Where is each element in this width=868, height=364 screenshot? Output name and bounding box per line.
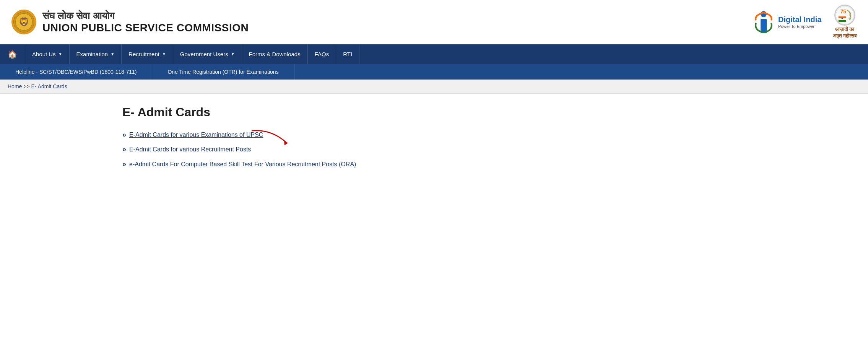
admit-cards-list: » E-Admit Cards for various Examinations…: [122, 131, 845, 169]
nav-about-us[interactable]: About Us ▼: [25, 44, 70, 64]
bullet-icon: »: [122, 145, 126, 153]
nav-faqs[interactable]: FAQs: [308, 44, 336, 64]
azadi-logo: 75 आज़ादी का अमृत महोत्सव: [833, 5, 857, 39]
logo-area: 🦁 संघ लोक सेवा आयोग UNION PUBLIC SERVICE…: [11, 10, 249, 34]
page-title: E- Admit Cards: [122, 105, 845, 119]
site-header: 🦁 संघ लोक सेवा आयोग UNION PUBLIC SERVICE…: [0, 0, 868, 44]
breadcrumb-current: E- Admit Cards: [31, 83, 67, 89]
svg-rect-9: [839, 20, 846, 22]
main-navigation: 🏠 About Us ▼ Examination ▼ Recruitment ▼…: [0, 44, 868, 64]
nav-forms-downloads[interactable]: Forms & Downloads: [242, 44, 308, 64]
svg-marker-11: [284, 140, 288, 145]
list-item: » E-Admit Cards for various Recruitment …: [122, 145, 845, 154]
admit-cards-link-examinations[interactable]: E-Admit Cards for various Examinations o…: [129, 132, 263, 138]
list-item: » E-Admit Cards for various Examinations…: [122, 131, 845, 139]
header-logos: Digital India Power To Empower 75: [752, 5, 857, 39]
nav-home-button[interactable]: 🏠: [0, 44, 25, 64]
svg-text:🦁: 🦁: [19, 17, 29, 27]
digital-india-logo: Digital India Power To Empower: [752, 10, 821, 34]
digital-india-text: Digital India Power To Empower: [778, 15, 821, 29]
digital-india-icon: [752, 10, 775, 34]
nav-recruitment[interactable]: Recruitment ▼: [122, 44, 173, 64]
main-content: E- Admit Cards » E-Admit Cards for vario…: [0, 94, 868, 198]
secondary-navigation: Helpline - SC/ST/OBC/EWS/PwBD (1800-118-…: [0, 64, 868, 80]
sec-nav-helpline[interactable]: Helpline - SC/ST/OBC/EWS/PwBD (1800-118-…: [0, 64, 152, 80]
admit-cards-link-ora[interactable]: e-Admit Cards For Computer Based Skill T…: [129, 160, 356, 169]
svg-point-10: [841, 18, 843, 19]
org-title: संघ लोक सेवा आयोग UNION PUBLIC SERVICE C…: [42, 10, 249, 34]
breadcrumb-separator: >>: [23, 83, 31, 89]
azadi-circle-icon: 75: [834, 5, 855, 26]
bullet-icon: »: [122, 160, 126, 168]
azadi-text: आज़ादी का अमृत महोत्सव: [833, 26, 857, 39]
hindi-title: संघ लोक सेवा आयोग: [42, 10, 249, 22]
chevron-down-icon: ▼: [231, 52, 235, 56]
chevron-down-icon: ▼: [111, 52, 114, 56]
nav-rti[interactable]: RTI: [336, 44, 359, 64]
list-item: » e-Admit Cards For Computer Based Skill…: [122, 160, 845, 169]
emblem-icon: 🦁: [11, 10, 36, 34]
bullet-icon: »: [122, 131, 126, 139]
chevron-down-icon: ▼: [162, 52, 166, 56]
english-title: UNION PUBLIC SERVICE COMMISSION: [42, 22, 249, 34]
svg-rect-4: [761, 19, 767, 33]
link-container: E-Admit Cards for various Examinations o…: [129, 131, 263, 139]
breadcrumb: Home >> E- Admit Cards: [0, 80, 868, 94]
chevron-down-icon: ▼: [59, 52, 62, 56]
nav-examination[interactable]: Examination ▼: [70, 44, 122, 64]
nav-government-users[interactable]: Government Users ▼: [173, 44, 242, 64]
breadcrumb-home[interactable]: Home: [8, 83, 22, 89]
svg-text:75: 75: [840, 9, 846, 15]
admit-cards-link-recruitment[interactable]: E-Admit Cards for various Recruitment Po…: [129, 145, 251, 154]
sec-nav-otr[interactable]: One Time Registration (OTR) for Examinat…: [152, 64, 294, 80]
